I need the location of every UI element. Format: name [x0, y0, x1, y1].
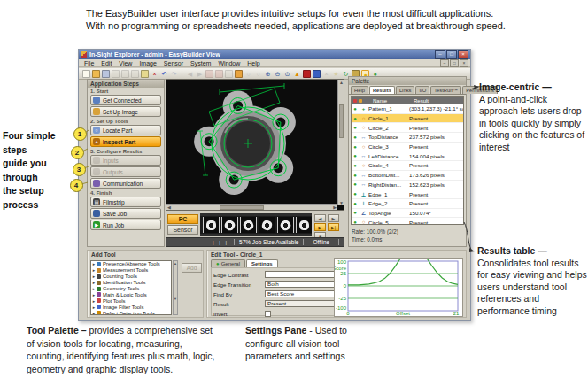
locate-part-button[interactable]: ○Locate Part: [90, 125, 161, 135]
magnet-alt-icon[interactable]: [215, 70, 223, 78]
zoom-fit-icon[interactable]: ⊙: [283, 70, 291, 78]
result-column-header[interactable]: Result: [414, 98, 463, 104]
close-button[interactable]: ×: [458, 50, 468, 59]
filmstrip-frame[interactable]: [296, 217, 313, 233]
filmstrip-button[interactable]: ▤Filmstrip: [90, 197, 161, 207]
step-forward-icon[interactable]: ▶: [196, 70, 204, 78]
copy-icon[interactable]: [112, 70, 120, 78]
tool-category-plot-tools[interactable]: ▸Plot Tools: [91, 297, 171, 304]
redo-icon[interactable]: ↷: [170, 70, 178, 78]
table-row[interactable]: ●○Circle_5Present: [352, 218, 463, 225]
palette-tab-results[interactable]: Results: [369, 86, 395, 94]
prev-image-icon[interactable]: ○: [244, 70, 252, 78]
mdi-control-2[interactable]: ×: [460, 59, 468, 67]
palette-tab-testrun[interactable]: TestRun™: [430, 86, 461, 94]
menu-file[interactable]: File: [81, 60, 97, 66]
palette-tab-links[interactable]: Links: [396, 86, 415, 94]
sensor-mode-button[interactable]: Sensor: [167, 225, 198, 235]
open-job-icon[interactable]: [92, 70, 100, 78]
pc-mode-button[interactable]: PC: [167, 214, 198, 224]
image-view[interactable]: ▲ ▼ ◀ ▶: [166, 79, 344, 211]
new-job-icon[interactable]: [82, 70, 90, 78]
image-vertical-scrollbar[interactable]: ▲ ▼: [337, 80, 344, 205]
palette-tab-io[interactable]: I/O: [415, 86, 429, 94]
set-up-image-button[interactable]: Set Up Image: [90, 106, 161, 117]
snippet-icon[interactable]: ★: [332, 70, 340, 78]
film-play-button[interactable]: ▶: [314, 223, 326, 231]
menu-image[interactable]: Image: [135, 60, 159, 66]
title-bar[interactable]: In-Sight Explorer - admin - EasyBuilder …: [79, 50, 470, 59]
tab-general[interactable]: ●General: [211, 259, 245, 267]
live-video-icon[interactable]: [303, 70, 311, 78]
film-first-button[interactable]: ◀: [314, 214, 326, 222]
tool-category-image-filter-tools[interactable]: ▸Image Filter Tools: [91, 304, 171, 310]
tool-category-math-logic-tools[interactable]: ▸Math & Logic Tools: [91, 291, 171, 297]
table-row[interactable]: ●↔BottomDist...173.626 pixels: [352, 171, 463, 181]
tool-category-identification-tools[interactable]: ▸Identification Tools: [91, 280, 171, 286]
maximize-button[interactable]: □: [446, 50, 457, 59]
table-row[interactable]: ●↔LeftDistance154.004 pixels: [352, 151, 463, 161]
table-row[interactable]: ●∠TopAngle150.074°: [352, 209, 463, 219]
table-row[interactable]: ●↔TopDistance237.572 pixels: [352, 133, 463, 143]
zoom-in-icon[interactable]: ⊕: [264, 70, 272, 78]
filmstrip-frame[interactable]: [277, 217, 294, 233]
image-horizontal-scrollbar[interactable]: ◀ ▶: [166, 204, 337, 210]
step-back-icon[interactable]: ◀: [186, 70, 194, 78]
tool-list-scrollbar[interactable]: ▲▼: [173, 260, 178, 315]
film-prev-button[interactable]: ▶: [328, 214, 339, 222]
table-row[interactable]: ●○Circle_1Present: [352, 114, 463, 124]
mdi-control-0[interactable]: –: [440, 59, 449, 67]
minimize-button[interactable]: –: [435, 50, 445, 59]
record-folder-icon[interactable]: [235, 70, 243, 78]
next-image-icon[interactable]: ○: [254, 70, 262, 78]
table-row[interactable]: ●⊥Edge_1Present: [352, 189, 463, 199]
cut-icon[interactable]: [131, 70, 139, 78]
zoom-out-icon[interactable]: ⊖: [274, 70, 282, 78]
tool-palette-list[interactable]: ▸Presence/Absence Tools▸Measurement Tool…: [90, 260, 172, 315]
filmstrip[interactable]: [200, 213, 312, 236]
table-row[interactable]: ●○Circle_2Present: [352, 123, 463, 133]
tool-category-presence-absence-tools[interactable]: ▸Presence/Absence Tools: [91, 261, 171, 267]
menu-view[interactable]: View: [115, 60, 135, 66]
tab-settings[interactable]: Settings: [246, 259, 278, 267]
paste-icon[interactable]: [121, 70, 129, 78]
window-layout-icon[interactable]: [313, 70, 321, 78]
mdi-control-1[interactable]: □: [450, 59, 459, 67]
table-row[interactable]: ●+Pattern_1(303.1,237.3) -21.1° score...: [352, 104, 463, 114]
inspect-part-button[interactable]: +Inspect Part: [90, 136, 161, 147]
name-column-header[interactable]: Name: [373, 98, 414, 104]
table-row[interactable]: ●○Circle_3Present: [352, 143, 463, 152]
undo-icon[interactable]: ↶: [160, 70, 168, 78]
save-job-button[interactable]: Save Job: [90, 208, 161, 219]
filmstrip-frame[interactable]: [259, 217, 275, 233]
menu-help[interactable]: Help: [244, 60, 263, 66]
edge-contrast-input[interactable]: 29: [265, 271, 344, 278]
table-row[interactable]: ●○Circle_4Present: [352, 161, 463, 171]
tool-category-geometry-tools[interactable]: ▸Geometry Tools: [91, 286, 171, 292]
menu-window[interactable]: Window: [214, 60, 244, 66]
tool-category-measurement-tools[interactable]: ▸Measurement Tools: [91, 267, 171, 274]
table-row[interactable]: ●↔RightDistan...152.623 pixels: [352, 181, 463, 190]
palette-tab-help[interactable]: Help: [351, 86, 368, 94]
tool-category-defect-detection-tools[interactable]: ▸Defect Detection Tools: [91, 310, 171, 315]
camera-icon[interactable]: [225, 70, 233, 78]
communication-button[interactable]: Communication: [90, 178, 161, 189]
filmstrip-frame[interactable]: [240, 217, 257, 233]
warning-icon[interactable]: ▲: [293, 70, 301, 78]
menu-system[interactable]: System: [187, 60, 214, 66]
filmstrip-frame[interactable]: [203, 217, 220, 233]
clipboard-icon[interactable]: [141, 70, 149, 78]
add-tool-button[interactable]: Add: [182, 263, 202, 273]
menu-sensor[interactable]: Sensor: [160, 60, 187, 66]
get-connected-button[interactable]: Get Connected: [90, 95, 161, 105]
film-last-button[interactable]: ▶|: [328, 223, 339, 231]
menu-edit[interactable]: Edit: [97, 60, 115, 66]
delete-icon[interactable]: ×: [151, 70, 159, 78]
save-job-icon[interactable]: [102, 70, 110, 78]
disconnect-icon[interactable]: ×: [322, 70, 330, 78]
filmstrip-frame[interactable]: [221, 217, 238, 233]
table-row[interactable]: ●⊥Edge_2Present: [352, 199, 463, 209]
magnet-icon[interactable]: [205, 70, 213, 78]
tool-category-counting-tools[interactable]: ▸Counting Tools: [91, 274, 171, 280]
run-job-button[interactable]: ▶Run Job: [90, 220, 161, 230]
